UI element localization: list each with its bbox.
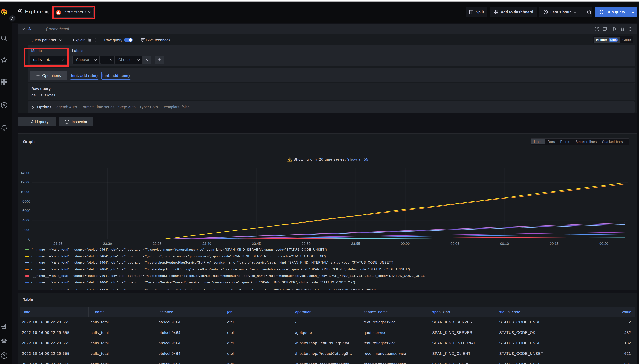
svg-text:23:40: 23:40 [202, 242, 212, 246]
svg-text:23:25: 23:25 [54, 242, 62, 246]
svg-text:23:30: 23:30 [103, 242, 112, 246]
svg-text:12000: 12000 [20, 180, 30, 184]
svg-text:10000: 10000 [20, 190, 30, 194]
svg-text:0: 0 [28, 237, 30, 241]
svg-text:00:15: 00:15 [550, 242, 559, 246]
svg-text:00:00: 00:00 [401, 242, 410, 246]
svg-text:23:45: 23:45 [252, 242, 261, 246]
svg-text:23:55: 23:55 [351, 242, 360, 246]
svg-text:4000: 4000 [22, 218, 30, 222]
svg-text:2000: 2000 [22, 228, 30, 232]
svg-text:8000: 8000 [22, 200, 30, 203]
svg-text:00:10: 00:10 [500, 242, 509, 246]
svg-text:23:50: 23:50 [302, 242, 310, 246]
svg-text:6000: 6000 [22, 209, 30, 213]
svg-text:23:35: 23:35 [153, 242, 162, 246]
svg-text:14000: 14000 [20, 171, 30, 175]
svg-text:00:20: 00:20 [599, 242, 608, 246]
svg-text:00:05: 00:05 [450, 242, 460, 246]
